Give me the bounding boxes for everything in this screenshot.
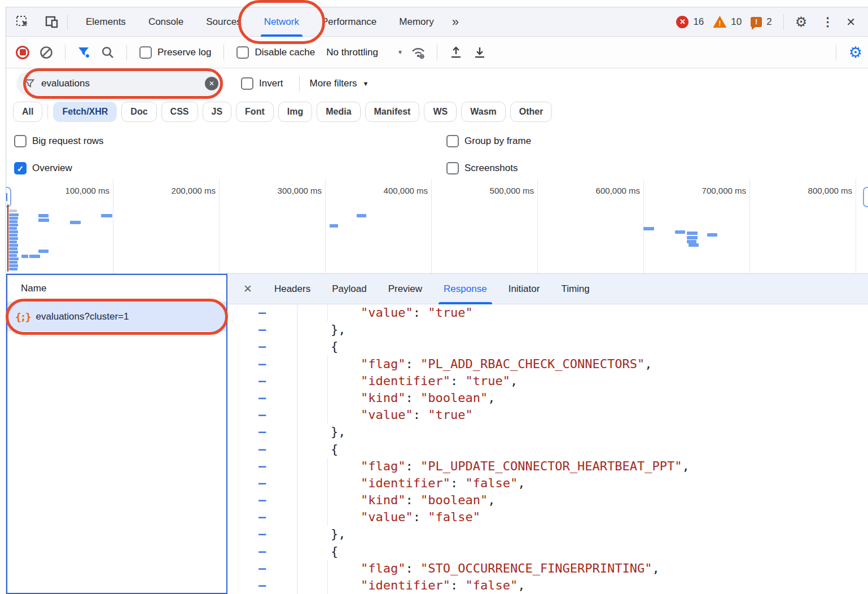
device-toolbar-icon[interactable] [43,14,60,30]
issues-count-icon[interactable]: ! [751,17,762,27]
checkbox[interactable] [236,46,249,59]
chip-font[interactable]: Font [236,102,274,122]
network-settings-gear-icon[interactable]: ⚙ [843,43,868,62]
fold-marker-icon[interactable]: – [227,475,297,492]
chip-doc[interactable]: Doc [121,102,156,122]
overview-right-handle[interactable] [863,187,868,207]
requests-column-header[interactable]: Name [7,275,226,302]
screenshots-checkbox[interactable]: Screenshots [446,162,518,174]
fold-marker-icon[interactable]: – [227,577,297,594]
chip-manifest[interactable]: Manifest [365,102,420,122]
filter-input[interactable]: evaluations ✕ [16,72,224,95]
code-line: – "flag": "PL_ADD_RBAC_CHECK_CONNECTORS"… [227,356,868,373]
search-icon[interactable] [98,43,117,62]
error-count-icon[interactable]: ✕ [676,16,689,28]
clear-network-log-button[interactable] [37,43,56,62]
throttling-dropdown[interactable]: No throttling ▼ [326,47,403,58]
group-by-frame-checkbox[interactable]: Group by frame [446,135,531,147]
timeline-request-bar [9,261,17,264]
fold-marker-icon[interactable]: – [227,373,297,390]
fold-marker-icon[interactable]: – [227,560,297,577]
big-request-rows-label: Big request rows [32,136,104,147]
more-filters-dropdown[interactable]: More filters ▼ [310,78,369,89]
tab-network[interactable]: Network [253,7,310,37]
fold-marker-icon[interactable]: – [227,321,297,338]
code-text: "kind": "boolean", [297,492,495,509]
timeline-gridline [325,179,326,273]
detail-tab-response[interactable]: Response [433,274,498,304]
checkbox[interactable] [139,46,152,59]
detail-tab-timing[interactable]: Timing [550,274,600,304]
fold-marker-icon[interactable]: – [227,338,297,355]
response-body-viewer[interactable]: – "value": "true"– },– {– "flag": "PL_AD… [227,304,868,594]
checkbox[interactable] [14,135,27,147]
close-devtools-icon[interactable]: ✕ [844,15,860,29]
timeline-tick-label: 100,000 ms [25,186,109,195]
checkbox[interactable] [14,162,27,174]
record-network-log-button[interactable] [13,43,32,62]
fold-marker-icon[interactable]: – [227,526,297,543]
settings-gear-icon[interactable]: ⚙ [791,14,812,30]
chip-other[interactable]: Other [510,102,553,122]
timeline-tick-label: 500,000 ms [449,186,534,195]
timeline-request-bar [9,251,18,254]
tab-performance[interactable]: Performance [310,7,388,37]
detail-tab-payload[interactable]: Payload [321,274,377,304]
chip-fetch-xhr[interactable]: Fetch/XHR [53,102,117,122]
tab-console[interactable]: Console [137,7,195,37]
funnel-icon [24,78,34,89]
request-row[interactable]: {;}evaluations?cluster=1 [7,302,226,331]
code-line: – "flag": "STO_OCCURRENCE_FINGERPRINTING… [227,560,868,577]
fold-marker-icon[interactable]: – [227,492,297,509]
chip-ws[interactable]: WS [424,102,457,122]
error-count: 16 [693,16,704,28]
more-tabs-button[interactable]: » [445,15,464,29]
detail-tabbar: ✕ HeadersPayloadPreviewResponseInitiator… [227,274,868,304]
checkbox[interactable] [241,77,253,90]
fold-marker-icon[interactable]: – [227,304,297,321]
fold-marker-icon[interactable]: – [227,458,297,475]
fold-marker-icon[interactable]: – [227,441,297,458]
checkbox[interactable] [446,162,459,174]
chip-css[interactable]: CSS [161,102,198,122]
chip-divider [47,104,48,119]
inspect-element-icon[interactable] [14,14,31,30]
checkbox[interactable] [446,135,459,147]
tab-elements[interactable]: Elements [74,7,137,37]
filter-toggle-icon[interactable] [74,43,94,62]
fold-marker-icon[interactable]: – [227,407,297,423]
overview-checkbox[interactable]: Overview [14,162,72,174]
disable-cache-checkbox[interactable]: Disable cache [236,46,315,59]
code-text: }, [297,423,345,440]
invert-checkbox[interactable]: Invert [241,77,283,90]
big-request-rows-checkbox[interactable]: Big request rows [14,135,104,147]
fold-marker-icon[interactable]: – [227,543,297,560]
clear-filter-icon[interactable]: ✕ [205,77,218,90]
tab-memory[interactable]: Memory [388,7,445,37]
export-har-icon[interactable] [470,43,489,62]
code-line: – { [227,338,868,355]
kebab-menu-icon[interactable]: ⋮ [816,15,839,29]
detail-tab-initiator[interactable]: Initiator [498,274,551,304]
chip-media[interactable]: Media [317,102,360,122]
close-detail-icon[interactable]: ✕ [227,282,264,295]
warning-count-icon[interactable]: ! [713,16,726,28]
chip-js[interactable]: JS [203,102,232,122]
chip-wasm[interactable]: Wasm [461,102,506,122]
chip-all[interactable]: All [13,102,42,122]
toolbar-divider [783,14,784,30]
filter-input-text[interactable]: evaluations [41,78,205,89]
chip-img[interactable]: Img [278,102,312,122]
fold-marker-icon[interactable]: – [227,509,297,526]
fold-marker-icon[interactable]: – [227,390,297,407]
network-overview-timeline[interactable]: 100,000 ms200,000 ms300,000 ms400,000 ms… [6,179,868,274]
detail-tab-headers[interactable]: Headers [264,274,321,304]
fold-marker-icon[interactable]: – [227,356,297,373]
fold-marker-icon[interactable]: – [227,423,297,440]
preserve-log-checkbox[interactable]: Preserve log [139,46,211,59]
timeline-request-bar [675,230,685,234]
network-conditions-icon[interactable] [409,43,428,62]
detail-tab-preview[interactable]: Preview [378,274,433,304]
import-har-icon[interactable] [446,43,466,62]
tab-sources[interactable]: Sources [195,7,252,37]
